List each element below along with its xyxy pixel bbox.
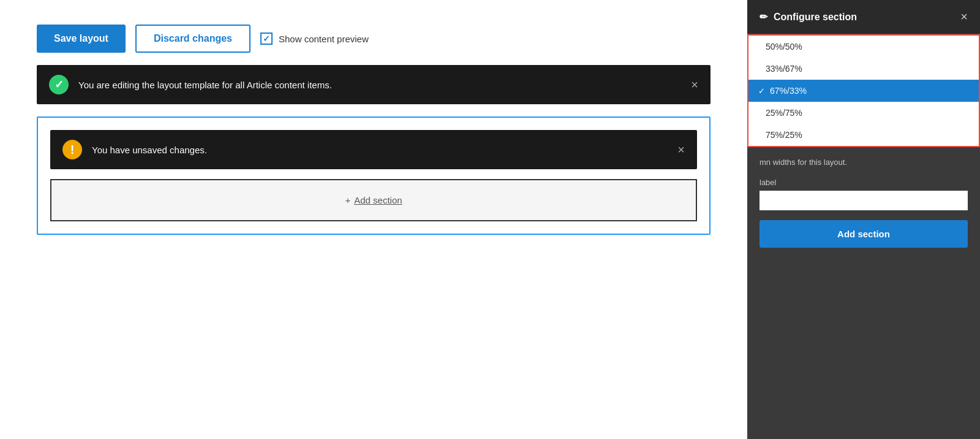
option-67-33[interactable]: ✓ 67%/33%	[748, 80, 979, 102]
sidebar-description: mn widths for this layout.	[760, 157, 968, 168]
toolbar: Save layout Discard changes ✓ Show conte…	[37, 25, 710, 53]
warning-icon: !	[62, 140, 82, 159]
main-content-area: Save layout Discard changes ✓ Show conte…	[0, 0, 747, 439]
warning-banner-text: You have unsaved changes.	[92, 145, 668, 155]
warning-banner-close[interactable]: ×	[677, 143, 685, 157]
option-check-25-75	[758, 108, 761, 118]
info-banner: ✓ You are editing the layout template fo…	[37, 65, 710, 104]
option-check-75-25	[758, 130, 761, 140]
section-container: ! You have unsaved changes. × + Add sect…	[37, 116, 710, 235]
show-preview-label[interactable]: ✓ Show content preview	[260, 32, 369, 45]
sidebar-close-button[interactable]: ×	[960, 10, 968, 24]
pencil-icon: ✏	[760, 11, 767, 23]
sidebar-title: Configure section	[774, 12, 857, 23]
plus-icon: +	[345, 195, 350, 205]
sidebar-header: ✏ Configure section ×	[747, 0, 980, 34]
option-25-75[interactable]: 25%/75%	[748, 102, 979, 124]
info-banner-text: You are editing the layout template for …	[78, 80, 681, 90]
option-check-33-67	[758, 64, 761, 74]
discard-changes-button[interactable]: Discard changes	[135, 25, 251, 53]
warning-banner: ! You have unsaved changes. ×	[50, 130, 697, 169]
label-field-label: label	[760, 178, 968, 187]
option-check-50-50	[758, 42, 761, 52]
show-preview-checkbox[interactable]: ✓	[260, 32, 273, 45]
option-50-50[interactable]: 50%/50%	[748, 36, 979, 58]
column-width-dropdown: 50%/50% 33%/67% ✓ 67%/33% 25%/75% 75%/25…	[747, 34, 980, 147]
sidebar-title-container: ✏ Configure section	[760, 11, 857, 23]
show-preview-text: Show content preview	[279, 34, 369, 44]
success-icon: ✓	[49, 75, 69, 94]
option-33-67[interactable]: 33%/67%	[748, 58, 979, 80]
label-input[interactable]	[760, 191, 968, 210]
add-section-main-label: Add section	[354, 195, 402, 205]
info-banner-close[interactable]: ×	[691, 78, 698, 91]
add-section-button[interactable]: Add section	[760, 220, 968, 248]
label-field-container: label	[760, 178, 968, 210]
option-check-67-33: ✓	[758, 86, 765, 96]
right-sidebar: ✏ Configure section × 50%/50% 33%/67% ✓ …	[747, 0, 980, 439]
add-section-placeholder[interactable]: + Add section	[50, 179, 697, 221]
save-layout-button[interactable]: Save layout	[37, 25, 126, 53]
sidebar-body: mn widths for this layout. label Add sec…	[747, 147, 980, 439]
option-75-25[interactable]: 75%/25%	[748, 124, 979, 146]
